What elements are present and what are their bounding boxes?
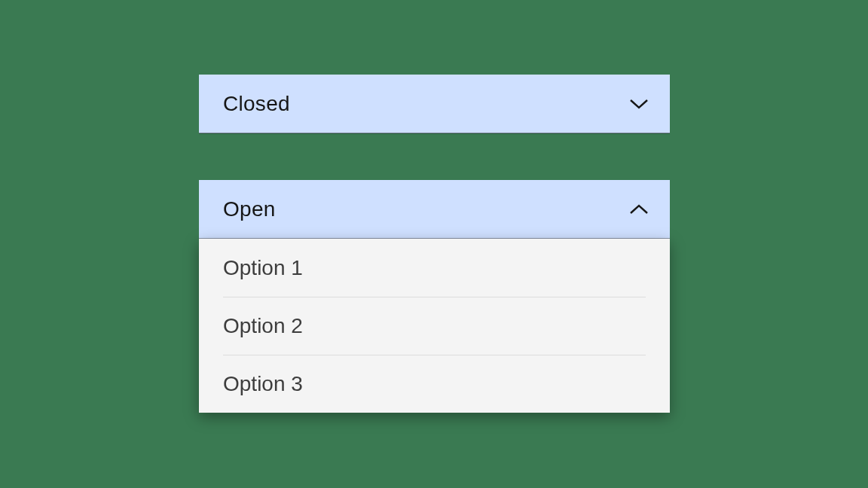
- dropdown-option[interactable]: Option 1: [199, 239, 670, 297]
- dropdown-menu: Option 1 Option 2 Option 3: [199, 239, 670, 413]
- dropdown-option[interactable]: Option 2: [199, 297, 670, 355]
- chevron-down-icon: [629, 98, 649, 110]
- dropdown-closed-label: Closed: [223, 92, 290, 116]
- dropdown-closed-field[interactable]: Closed: [199, 75, 670, 133]
- dropdown-option[interactable]: Option 3: [199, 355, 670, 413]
- dropdown-option-label: Option 3: [223, 372, 303, 396]
- dropdown-option-label: Option 1: [223, 256, 303, 280]
- chevron-up-icon: [629, 203, 649, 215]
- dropdown-open-field[interactable]: Open: [199, 180, 670, 239]
- dropdown-option-label: Option 2: [223, 314, 303, 338]
- dropdown-open: Open Option 1 Option 2 Option 3: [199, 180, 670, 413]
- dropdown-closed: Closed: [199, 75, 670, 133]
- dropdown-open-label: Open: [223, 197, 276, 221]
